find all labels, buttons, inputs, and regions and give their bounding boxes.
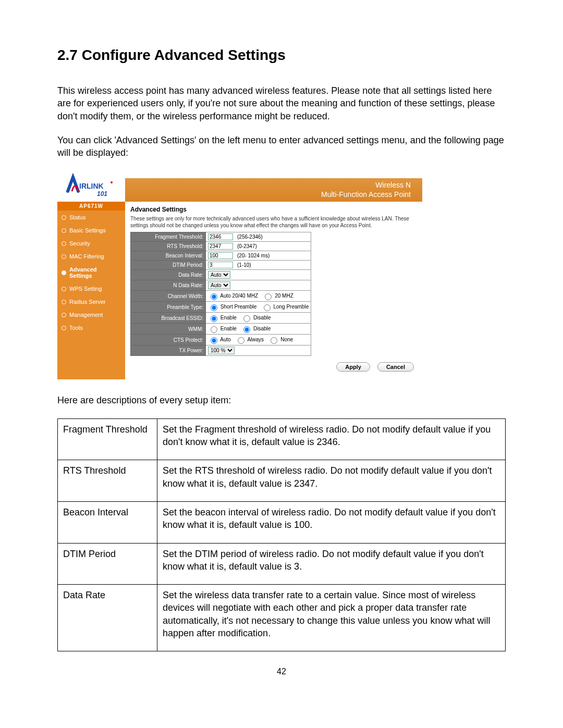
- fragment-threshold-label: Fragment Threshold:: [131, 232, 206, 242]
- broadcast-essid-enable-radio[interactable]: [211, 315, 217, 322]
- cts-protect-label: CTS Protect:: [131, 335, 206, 346]
- channel-width-auto-radio[interactable]: [211, 293, 217, 300]
- desc-item-name: DTIM Period: [58, 543, 157, 585]
- table-row: RTS Threshold Set the RTS threshold of w…: [58, 460, 506, 502]
- fragment-threshold-hint: (256-2346): [237, 234, 263, 240]
- intro-paragraph-2: You can click 'Advanced Settings' on the…: [57, 134, 506, 159]
- rts-threshold-hint: (0-2347): [237, 243, 257, 249]
- cancel-button[interactable]: Cancel: [377, 362, 414, 372]
- channel-width-label: Channel Width:: [131, 291, 206, 302]
- desc-item-text: Set the Fragment threshold of wireless r…: [157, 418, 506, 460]
- desc-item-name: RTS Threshold: [58, 460, 157, 502]
- page-number: 42: [57, 667, 506, 676]
- table-row: Data Rate Set the wireless data transfer…: [58, 585, 506, 651]
- desc-item-name: Fragment Threshold: [58, 418, 157, 460]
- desc-item-text: Set the beacon interval of wireless radi…: [157, 501, 506, 543]
- wmm-disable-radio[interactable]: [243, 326, 250, 333]
- panel-heading: Advanced Settings: [130, 206, 417, 213]
- rts-threshold-input[interactable]: [208, 243, 233, 250]
- description-table: Fragment Threshold Set the Fragment thre…: [57, 418, 506, 652]
- cts-always-radio[interactable]: [238, 337, 244, 344]
- desc-item-text: Set the DTIM period of wireless radio. D…: [157, 543, 506, 585]
- sidebar-item-wps-setting[interactable]: WPS Setting: [57, 282, 125, 295]
- svg-text:IRLINK: IRLINK: [79, 182, 104, 190]
- data-rate-label: Data Rate:: [131, 270, 206, 280]
- n-data-rate-label: N Data Rate:: [131, 280, 206, 291]
- desc-item-text: Set the RTS threshold of wireless radio.…: [157, 460, 506, 502]
- sidebar-item-basic-settings[interactable]: Basic Settings: [57, 224, 125, 237]
- header-line2: Multi-Function Access Point: [321, 190, 411, 199]
- sidebar-item-management[interactable]: Management: [57, 308, 125, 321]
- sidebar-item-mac-filtering[interactable]: MAC Filtering: [57, 250, 125, 263]
- svg-text:101: 101: [97, 190, 107, 198]
- n-data-rate-select[interactable]: Auto: [208, 281, 230, 289]
- header-line1: Wireless N: [321, 180, 411, 190]
- sidebar-item-status[interactable]: Status: [57, 211, 125, 224]
- brand-logo: IRLINK 101: [57, 170, 125, 202]
- wmm-label: WMM:: [131, 324, 206, 335]
- panel-description: These settings are only for more technic…: [130, 215, 417, 229]
- channel-width-20-radio[interactable]: [265, 293, 272, 300]
- sidebar-item-security[interactable]: Security: [57, 237, 125, 250]
- beacon-interval-input[interactable]: [208, 252, 233, 259]
- apply-button[interactable]: Apply: [336, 362, 370, 372]
- broadcast-essid-label: Broadcast ESSID:: [131, 313, 206, 324]
- section-heading: 2.7 Configure Advanced Settings: [57, 47, 506, 64]
- sidebar: AP671W Status Basic Settings Security MA…: [57, 202, 125, 379]
- cts-auto-radio[interactable]: [211, 337, 217, 344]
- settings-form: Fragment Threshold: (256-2346) RTS Thres…: [130, 232, 311, 356]
- sidebar-item-advanced-settings[interactable]: Advanced Settings: [57, 263, 125, 282]
- beacon-interval-label: Beacon Interval:: [131, 251, 206, 261]
- dtim-period-hint: (1-10): [237, 262, 251, 268]
- svg-point-1: [111, 181, 113, 183]
- rts-threshold-label: RTS Threshold:: [131, 242, 206, 251]
- table-intro: Here are descriptions of every setup ite…: [57, 394, 506, 406]
- broadcast-essid-disable-radio[interactable]: [243, 315, 250, 322]
- dtim-period-input[interactable]: [208, 262, 233, 268]
- model-label: AP671W: [57, 202, 125, 211]
- desc-item-name: Data Rate: [58, 585, 157, 651]
- cts-none-radio[interactable]: [271, 337, 277, 344]
- table-row: DTIM Period Set the DTIM period of wirel…: [58, 543, 506, 585]
- router-screenshot: IRLINK 101 Wireless N Multi-Function Acc…: [57, 170, 422, 379]
- sidebar-item-radius-server[interactable]: Radius Server: [57, 295, 125, 308]
- desc-item-name: Beacon Interval: [58, 501, 157, 543]
- preamble-type-label: Preamble Type:: [131, 302, 206, 313]
- intro-paragraph-1: This wireless access point has many adva…: [57, 84, 506, 122]
- sidebar-item-tools[interactable]: Tools: [57, 321, 125, 334]
- preamble-short-radio[interactable]: [211, 304, 217, 311]
- tx-power-select[interactable]: 100 %: [208, 347, 235, 354]
- beacon-interval-hint: (20- 1024 ms): [237, 253, 270, 258]
- fragment-threshold-input[interactable]: [208, 233, 233, 240]
- desc-item-text: Set the wireless data transfer rate to a…: [157, 585, 506, 651]
- data-rate-select[interactable]: Auto: [208, 271, 230, 279]
- wmm-enable-radio[interactable]: [211, 326, 217, 333]
- table-row: Fragment Threshold Set the Fragment thre…: [58, 418, 506, 460]
- preamble-long-radio[interactable]: [264, 304, 271, 311]
- table-row: Beacon Interval Set the beacon interval …: [58, 501, 506, 543]
- dtim-period-label: DTIM Period:: [131, 261, 206, 270]
- tx-power-label: TX Power:: [131, 346, 206, 356]
